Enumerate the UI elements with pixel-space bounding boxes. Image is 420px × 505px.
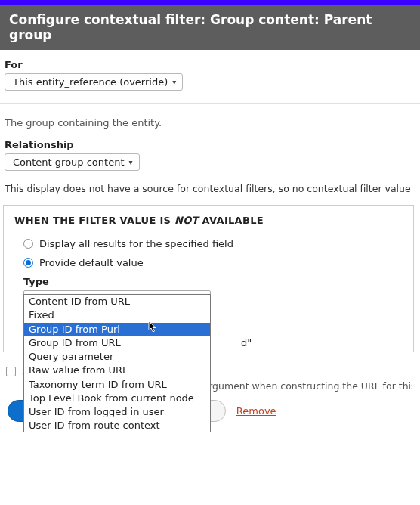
dialog-title: Configure contextual filter: Group conte… bbox=[9, 12, 372, 42]
radio-provide-default[interactable]: Provide default value bbox=[23, 257, 403, 268]
dropdown-option[interactable]: Top Level Book from current node bbox=[24, 392, 210, 405]
for-label: For bbox=[5, 59, 412, 70]
when-not-available-fieldset: WHEN THE FILTER VALUE IS NOT AVAILABLE D… bbox=[3, 205, 414, 352]
dropdown-option[interactable]: User ID from route context bbox=[24, 419, 210, 432]
relationship-select[interactable]: Content group content ▾ bbox=[5, 153, 140, 171]
dialog-header: Configure contextual filter: Group conte… bbox=[0, 5, 420, 50]
dropdown-option[interactable]: Content ID from URL bbox=[24, 295, 210, 308]
dropdown-option[interactable]: Fixed bbox=[24, 308, 210, 322]
divider bbox=[0, 103, 420, 104]
obscured-text: d" bbox=[241, 337, 252, 349]
type-label: Type bbox=[23, 276, 403, 287]
relationship-select-value: Content group content bbox=[13, 156, 125, 168]
radio-icon bbox=[23, 239, 33, 249]
remove-link[interactable]: Remove bbox=[236, 405, 276, 417]
relationship-label: Relationship bbox=[5, 139, 412, 150]
chevron-down-icon: ▾ bbox=[172, 78, 176, 86]
filter-description: The group containing the entity. bbox=[5, 117, 412, 129]
radio-icon bbox=[23, 258, 33, 268]
for-select-value: This entity_reference (override) bbox=[13, 76, 168, 88]
type-dropdown[interactable]: Content ID from URL Fixed Group ID from … bbox=[23, 294, 211, 432]
source-note: This display does not have a source for … bbox=[5, 183, 412, 194]
chevron-down-icon: ▾ bbox=[129, 158, 133, 166]
dropdown-option[interactable]: Query parameter bbox=[24, 350, 210, 364]
radio-display-all[interactable]: Display all results for the specified fi… bbox=[23, 238, 403, 249]
dropdown-option[interactable]: Taxonomy term ID from URL bbox=[24, 378, 210, 392]
dropdown-option[interactable]: Group ID from URL bbox=[24, 336, 210, 350]
radio-label: Display all results for the specified fi… bbox=[39, 238, 233, 249]
dropdown-option[interactable]: Group ID from Purl bbox=[24, 323, 210, 336]
fieldset-title: WHEN THE FILTER VALUE IS NOT AVAILABLE bbox=[14, 215, 403, 226]
radio-label: Provide default value bbox=[39, 257, 144, 268]
checkbox-icon bbox=[6, 367, 16, 376]
dropdown-option[interactable]: User ID from logged in user bbox=[24, 405, 210, 419]
for-select[interactable]: This entity_reference (override) ▾ bbox=[5, 73, 183, 91]
dropdown-option[interactable]: Raw value from URL bbox=[24, 364, 210, 377]
